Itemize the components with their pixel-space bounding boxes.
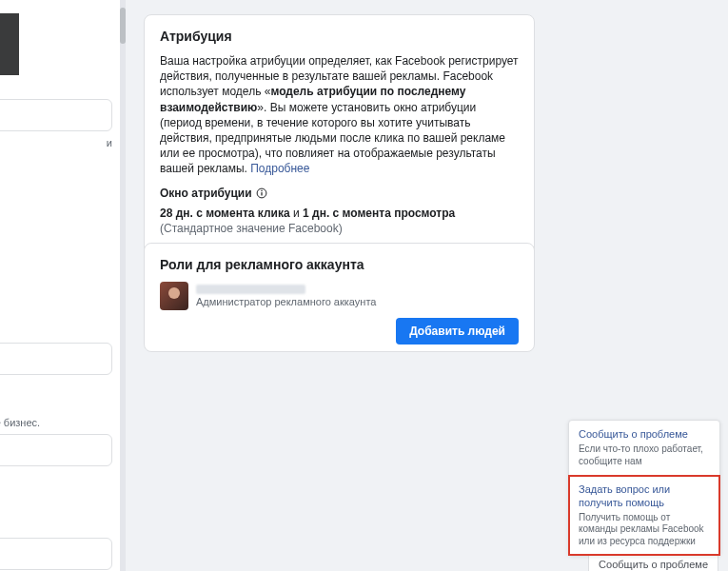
left-input-3[interactable] [0, 434, 112, 466]
attribution-click-value: 28 дн. с момента клика [160, 207, 290, 220]
role-row: Администратор рекламного аккаунта [160, 282, 519, 310]
info-icon[interactable] [256, 187, 267, 199]
left-scrollbar[interactable] [120, 0, 126, 571]
roles-button-row: Добавить людей [160, 318, 519, 345]
svg-point-2 [261, 189, 263, 191]
left-label-4: декс [0, 521, 112, 532]
help-item-ask-sub: Получить помощь от команды рекламы Faceb… [579, 512, 710, 548]
attribution-joiner: и [290, 207, 303, 220]
help-item-report-sub: Если что-то плохо работает, сообщите нам [579, 443, 710, 467]
left-content: и ведете бизнес. декс [0, 0, 120, 571]
attribution-standard: (Стандартное значение Facebook) [160, 222, 343, 235]
help-item-ask-title: Задать вопрос или получить помощь [579, 483, 710, 510]
attribution-learn-more-link[interactable]: Подробнее [250, 162, 309, 175]
attribution-heading: Атрибуция [160, 29, 519, 44]
avatar [160, 282, 188, 310]
svg-rect-1 [261, 192, 262, 195]
help-item-report[interactable]: Сообщить о проблеме Если что-то плохо ра… [569, 421, 719, 476]
role-subtitle: Администратор рекламного аккаунта [196, 296, 376, 307]
help-item-report-title: Сообщить о проблеме [579, 428, 710, 442]
attribution-values: 28 дн. с момента клика и 1 дн. с момента… [160, 206, 519, 236]
left-sidebar: и ведете бизнес. декс [0, 0, 126, 571]
roles-heading: Роли для рекламного аккаунта [160, 257, 519, 272]
left-scroll-thumb[interactable] [120, 8, 126, 44]
attribution-window-heading-row: Окно атрибуции [160, 187, 519, 200]
help-item-ask[interactable]: Задать вопрос или получить помощь Получи… [569, 476, 719, 555]
add-people-button[interactable]: Добавить людей [396, 318, 519, 345]
left-label-1: и [0, 137, 112, 148]
left-input-4[interactable] [0, 538, 112, 570]
attribution-description: Ваша настройка атрибуции определяет, как… [160, 53, 519, 177]
roles-card: Роли для рекламного аккаунта Администрат… [144, 243, 535, 352]
dark-popover-fragment [0, 13, 19, 75]
left-label-3: ведете бизнес. [0, 417, 112, 428]
left-input-2[interactable] [0, 343, 112, 375]
help-dropdown: Сообщить о проблеме Если что-то плохо ра… [568, 420, 720, 556]
role-name-redacted [196, 285, 305, 294]
left-input-1[interactable] [0, 99, 112, 131]
attribution-window-heading: Окно атрибуции [160, 187, 252, 200]
attribution-view-value: 1 дн. с момента просмотра [303, 207, 455, 220]
role-text: Администратор рекламного аккаунта [196, 285, 376, 307]
